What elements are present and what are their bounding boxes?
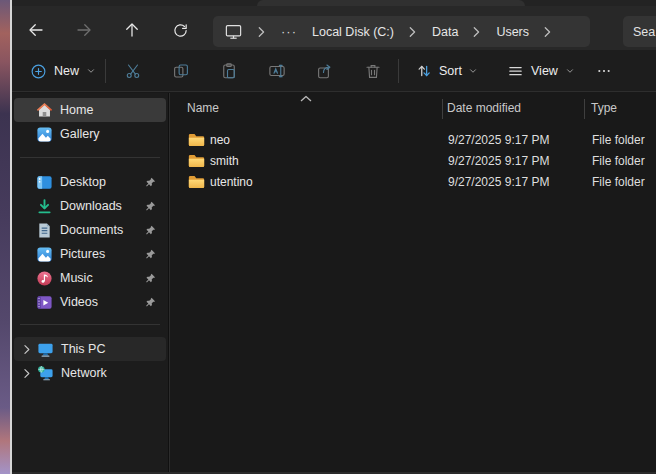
sidebar-item-documents[interactable]: Documents <box>14 218 166 242</box>
monitor-icon <box>223 23 243 40</box>
column-resize-handle[interactable] <box>442 99 443 119</box>
folder-icon <box>188 133 205 147</box>
sidebar-item-gallery[interactable]: Gallery <box>14 122 166 146</box>
sidebar-item-downloads[interactable]: Downloads <box>14 194 166 218</box>
breadcrumb-item-users[interactable]: Users <box>496 25 529 39</box>
sidebar-item-label: Music <box>60 271 93 285</box>
sidebar-item-label: Desktop <box>60 175 106 189</box>
cut-button[interactable] <box>117 55 149 87</box>
file-explorer-window: ··· Local Disk (C:) Data Users Sea New <box>0 0 656 474</box>
sidebar-item-label: This PC <box>61 342 105 356</box>
column-header-row: Name Date modified Type <box>170 93 656 122</box>
delete-icon <box>364 62 382 80</box>
copy-button[interactable] <box>165 55 197 87</box>
sort-button[interactable]: Sort <box>408 55 485 87</box>
pin-icon <box>145 177 156 188</box>
chevron-right-icon <box>542 26 552 38</box>
expand-chevron-icon[interactable] <box>22 344 31 355</box>
column-header-name[interactable]: Name <box>187 101 447 115</box>
file-type: File folder <box>592 175 656 189</box>
sidebar-divider <box>20 157 160 158</box>
pin-icon <box>145 249 156 260</box>
search-text: Sea <box>633 25 655 39</box>
sidebar-item-label: Documents <box>60 223 123 237</box>
breadcrumb-item-drive[interactable]: Local Disk (C:) <box>312 25 394 39</box>
refresh-button[interactable] <box>166 16 194 44</box>
downloads-icon <box>36 198 53 215</box>
file-list-pane: Name Date modified Type neo 9/27/2025 9:… <box>170 93 656 474</box>
file-date-modified: 9/27/2025 9:17 PM <box>448 175 592 189</box>
sidebar-item-videos[interactable]: Videos <box>14 290 166 314</box>
file-name: utentino <box>210 175 253 189</box>
chevron-down-icon <box>565 66 575 76</box>
gallery-icon <box>36 126 53 143</box>
up-arrow-icon <box>123 21 141 39</box>
pin-icon <box>145 201 156 212</box>
sidebar-item-home[interactable]: Home <box>14 98 166 122</box>
sidebar-item-label: Videos <box>60 295 98 309</box>
sidebar-item-music[interactable]: Music <box>14 266 166 290</box>
pictures-icon <box>36 246 53 263</box>
new-button-label: New <box>54 64 79 78</box>
rename-icon <box>268 62 286 80</box>
sort-ascending-caret-icon <box>300 95 312 102</box>
file-rows: neo 9/27/2025 9:17 PM File folder smith … <box>170 129 656 192</box>
chevron-right-icon <box>407 26 417 38</box>
file-row-neo[interactable]: neo 9/27/2025 9:17 PM File folder <box>170 129 656 150</box>
back-button[interactable] <box>22 16 50 44</box>
file-type: File folder <box>592 133 656 147</box>
file-date-modified: 9/27/2025 9:17 PM <box>448 133 592 147</box>
desktop-icon <box>36 174 53 191</box>
forward-button[interactable] <box>70 16 98 44</box>
file-row-smith[interactable]: smith 9/27/2025 9:17 PM File folder <box>170 150 656 171</box>
column-resize-handle[interactable] <box>584 99 585 119</box>
navigation-pane: Home Gallery Desktop Downloads <box>12 93 168 474</box>
sidebar-item-label: Pictures <box>60 247 105 261</box>
file-row-utentino[interactable]: utentino 9/27/2025 9:17 PM File folder <box>170 171 656 192</box>
sidebar-item-label: Home <box>60 103 93 117</box>
pin-icon <box>145 225 156 236</box>
documents-icon <box>36 222 53 239</box>
toolbar-separator <box>398 59 399 83</box>
cut-icon <box>124 62 142 80</box>
this-pc-icon <box>37 341 54 358</box>
new-button[interactable]: New <box>22 55 104 87</box>
breadcrumb-item-data[interactable]: Data <box>432 25 458 39</box>
desktop-background-sliver <box>0 0 10 474</box>
pin-icon <box>145 297 156 308</box>
column-header-date-modified[interactable]: Date modified <box>447 101 591 115</box>
address-bar[interactable]: ··· Local Disk (C:) Data Users <box>213 16 590 47</box>
pin-icon <box>145 273 156 284</box>
sidebar-item-label: Downloads <box>60 199 122 213</box>
sidebar-divider <box>20 324 160 325</box>
file-type: File folder <box>592 154 656 168</box>
view-icon <box>507 63 524 80</box>
sidebar-item-network[interactable]: Network <box>14 361 166 385</box>
chevron-down-icon <box>468 66 478 76</box>
up-button[interactable] <box>118 16 146 44</box>
view-button-label: View <box>531 64 558 78</box>
delete-button[interactable] <box>357 55 389 87</box>
breadcrumb-overflow-button[interactable]: ··· <box>281 24 297 39</box>
column-header-type[interactable]: Type <box>591 101 656 115</box>
sidebar-item-pictures[interactable]: Pictures <box>14 242 166 266</box>
new-icon <box>30 63 47 80</box>
expand-chevron-icon[interactable] <box>22 368 31 379</box>
file-name: neo <box>210 133 230 147</box>
view-button[interactable]: View <box>500 55 582 87</box>
videos-icon <box>36 294 53 311</box>
folder-icon <box>188 154 205 168</box>
share-button[interactable] <box>309 55 341 87</box>
more-options-button[interactable] <box>590 55 618 87</box>
rename-button[interactable] <box>261 55 293 87</box>
search-input[interactable]: Sea <box>623 16 656 47</box>
forward-icon <box>75 21 93 39</box>
sidebar-item-label: Network <box>61 366 107 380</box>
sidebar-item-desktop[interactable]: Desktop <box>14 170 166 194</box>
command-toolbar: New <box>12 50 656 92</box>
paste-button[interactable] <box>213 55 245 87</box>
sort-button-label: Sort <box>439 64 462 78</box>
sidebar-item-this-pc[interactable]: This PC <box>14 337 166 361</box>
share-icon <box>316 62 334 80</box>
navigation-bar: ··· Local Disk (C:) Data Users Sea <box>12 6 656 50</box>
